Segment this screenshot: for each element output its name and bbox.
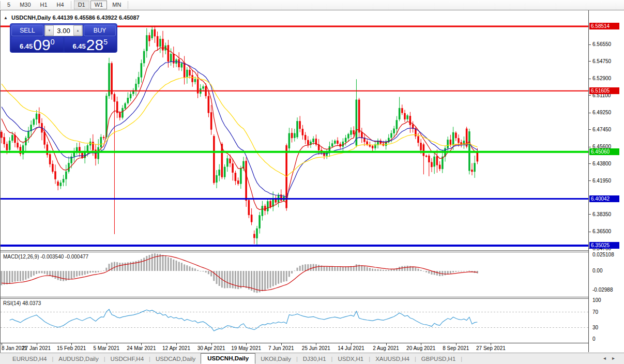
chart-tab-GBPUSD-H1[interactable]: GBPUSD,H1: [416, 354, 461, 364]
volume-increase-button[interactable]: ▲: [73, 25, 82, 36]
macd-axis-label: 0.025108: [592, 252, 614, 257]
price-axis-tick: [589, 129, 591, 130]
triangle-up-icon: ▲: [77, 29, 80, 32]
price-axis-tick: [589, 61, 591, 62]
rsi-axis-label: 100: [592, 297, 601, 303]
price-axis-label: 6.43800: [592, 161, 611, 166]
date-axis-label: 30 Apr 2021: [197, 345, 225, 351]
price-level-badge: 6.35025: [589, 242, 619, 249]
rsi-axis-label: 30: [592, 325, 598, 330]
price-axis-tick: [589, 113, 591, 113]
price-axis-label: 6.56550: [592, 41, 611, 47]
timeframe-button-MN[interactable]: MN: [108, 1, 125, 9]
date-axis-label: 20 Aug 2021: [406, 345, 435, 351]
timeframe-button-D1[interactable]: D1: [74, 1, 89, 9]
macd-panel-canvas[interactable]: [1, 252, 588, 297]
macd-axis-label: -0.02988: [592, 287, 613, 293]
price-axis-tick: [589, 147, 591, 147]
chart-tab-EURUSD-H4[interactable]: EURUSD,H4: [7, 354, 52, 364]
sell-price-display[interactable]: 6.45090: [11, 37, 63, 52]
price-level-badge: 6.51605: [589, 87, 619, 94]
price-axis-tick: [589, 44, 591, 45]
date-axis-label: 7 Jun 2021: [268, 345, 294, 351]
tab-scroll-arrows[interactable]: ◂▸: [603, 355, 621, 361]
date-axis-label: 12 Apr 2021: [162, 345, 190, 351]
chart-tab-AUDUSD-Daily[interactable]: AUDUSD,Daily: [53, 354, 103, 364]
rsi-axis-label: 0: [592, 336, 596, 342]
timeframe-button-5[interactable]: 5: [3, 1, 14, 9]
price-level-badge: 6.40042: [589, 195, 619, 202]
price-axis-tick: [589, 180, 591, 181]
rsi-panel-canvas[interactable]: [1, 299, 588, 343]
price-axis-tick: [589, 79, 591, 79]
price-axis-tick: [589, 232, 591, 232]
scroll-right-icon: ▸: [612, 355, 621, 361]
tab-separator: |: [461, 356, 462, 364]
timeframe-toolbar: 5M30H1H4D1W1MN: [0, 0, 624, 10]
toolbar-separator: [71, 1, 71, 9]
chart-tab-UKOil-Daily[interactable]: UKOil,Daily: [255, 354, 296, 364]
price-axis-label: 6.47450: [592, 127, 611, 132]
price-axis-tick: [589, 163, 591, 164]
date-axis[interactable]: 8 Jan 202127 Jan 202115 Feb 20215 Mar 20…: [1, 343, 588, 353]
volume-decrease-button[interactable]: ▼: [45, 25, 54, 36]
chart-symbol-label: USDCNH,Daily: [11, 14, 51, 21]
date-axis-label: 2 Aug 2021: [373, 345, 399, 351]
chart-tab-USDCNH-Daily[interactable]: USDCNH,Daily: [201, 353, 255, 364]
scroll-left-icon: ◂: [603, 355, 612, 361]
date-axis-label: 8 Sep 2021: [443, 345, 469, 351]
buy-button[interactable]: BUY: [84, 25, 116, 36]
chart-tab-XAUUSD-H4[interactable]: XAUUSD,H4: [370, 354, 415, 364]
timeframe-button-H1[interactable]: H1: [36, 1, 52, 9]
date-axis-label: 24 Mar 2021: [127, 345, 156, 351]
price-axis-tick: [589, 214, 591, 215]
timeframe-button-W1[interactable]: W1: [90, 1, 108, 9]
rsi-indicator-label: RSI(14) 48.0373: [3, 300, 41, 306]
chart-ohlc-values: 6.44139 6.45586 6.43922 6.45087: [52, 14, 139, 21]
volume-input[interactable]: [54, 25, 73, 36]
date-axis-label: 27 Sep 2021: [476, 345, 506, 351]
macd-indicator-label: MACD(12,26,9) -0.003540 -0.000477: [3, 254, 88, 260]
chart-tab-USDCHF-H4[interactable]: USDCHF,H4: [105, 354, 149, 364]
chart-tab-bar: EURUSD,H4|AUDUSD,Daily|USDCHF,H4|USDCAD,…: [0, 353, 624, 364]
toolbar-separator: [128, 1, 128, 9]
timeframe-button-M30[interactable]: M30: [16, 1, 35, 9]
date-axis-label: 19 May 2021: [231, 345, 261, 351]
date-axis-label: 15 Feb 2021: [57, 345, 86, 351]
price-level-badge: 6.45060: [589, 148, 619, 155]
volume-stepper: ▼ ▲: [44, 25, 83, 36]
buy-price-display[interactable]: 6.45285: [65, 37, 116, 52]
price-axis-label: 6.36500: [592, 229, 611, 234]
price-axis-label: 6.54750: [592, 58, 611, 64]
sell-button[interactable]: SELL: [11, 25, 43, 36]
chart-tab-USDCAD-Daily[interactable]: USDCAD,Daily: [150, 354, 201, 364]
price-axis-label: 6.38350: [592, 211, 611, 217]
chart-tab-DJ30-H1[interactable]: DJ30,H1: [298, 354, 331, 364]
chart-title: ▲ USDCNH,Daily 6.44139 6.45586 6.43922 6…: [4, 14, 140, 21]
price-axis-tick: [589, 95, 591, 96]
toolbar-separator: [0, 1, 1, 9]
one-click-trading-panel: SELL ▼ ▲ BUY 6.45090 6.45285: [10, 23, 117, 53]
mt4-window: 5M30H1H4D1W1MN ▲ USDCNH,Daily 6.44139 6.…: [0, 0, 624, 364]
price-level-badge: 6.58514: [589, 23, 619, 29]
collapse-triangle-icon[interactable]: ▲: [4, 16, 8, 20]
price-axis-label: 6.41950: [592, 178, 611, 184]
macd-axis-label: 0.00: [592, 268, 602, 274]
date-axis-label: 14 Jul 2021: [338, 345, 364, 351]
date-axis-label: 5 Mar 2021: [94, 345, 120, 351]
rsi-axis-label: 70: [592, 309, 598, 315]
chart-tab-USDX-H1[interactable]: USDX,H1: [332, 354, 369, 364]
price-axis-label: 6.49250: [592, 110, 611, 115]
price-axis-label: 6.52900: [592, 75, 611, 81]
date-axis-label: 27 Jan 2021: [22, 345, 51, 351]
triangle-down-icon: ▼: [48, 29, 51, 32]
date-axis-label: 25 Jun 2021: [302, 345, 330, 351]
price-axis[interactable]: 6.565506.547506.529006.511006.492506.474…: [588, 10, 624, 352]
timeframe-button-H4[interactable]: H4: [53, 1, 68, 9]
chart-window: ▲ USDCNH,Daily 6.44139 6.45586 6.43922 6…: [0, 10, 624, 353]
